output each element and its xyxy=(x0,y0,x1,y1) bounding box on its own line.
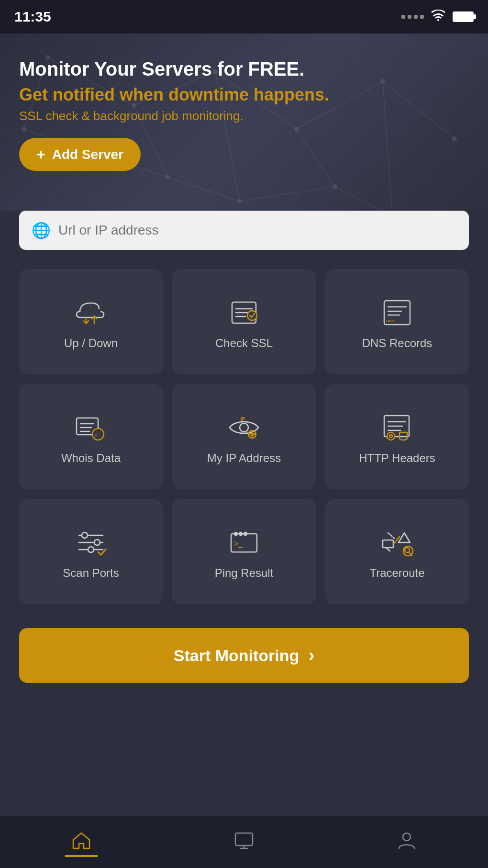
hero-content: Monitor Your Servers for FREE. Get notif… xyxy=(19,57,469,171)
start-monitoring-label: Start Monitoring xyxy=(174,646,299,665)
start-monitoring-button[interactable]: Start Monitoring › xyxy=(19,628,469,683)
tools-section: Up / Down Check SSL xyxy=(0,250,488,623)
status-bar: 11:35 xyxy=(0,0,488,34)
tool-label-my-ip-address: My IP Address xyxy=(207,451,281,465)
http-headers-icon xyxy=(378,413,416,442)
whois-data-icon: i xyxy=(72,413,110,442)
tool-label-check-ssl: Check SSL xyxy=(215,337,273,350)
ping-result-icon: >_ xyxy=(225,528,263,557)
svg-point-21 xyxy=(237,199,242,203)
svg-point-58 xyxy=(94,540,100,545)
nav-item-profile[interactable] xyxy=(396,830,417,854)
svg-point-64 xyxy=(244,532,247,535)
svg-point-62 xyxy=(234,532,237,535)
svg-point-20 xyxy=(165,175,170,180)
bottom-nav xyxy=(0,815,488,868)
scan-ports-icon xyxy=(72,528,110,557)
svg-line-6 xyxy=(167,177,239,201)
tool-label-dns-records: DNS Records xyxy=(362,337,433,350)
wifi-icon xyxy=(431,10,446,24)
up-down-icon xyxy=(72,298,110,327)
svg-point-60 xyxy=(88,547,94,552)
svg-text:DNS: DNS xyxy=(386,319,395,323)
tool-card-ping-result[interactable]: >_ Ping Result xyxy=(172,499,316,604)
tool-card-http-headers[interactable]: HTTP Headers xyxy=(325,384,469,489)
svg-point-56 xyxy=(82,532,88,538)
tool-card-dns-records[interactable]: DNS DNS Records xyxy=(325,269,469,374)
tool-label-http-headers: HTTP Headers xyxy=(359,451,435,465)
tools-grid: Up / Down Check SSL xyxy=(19,269,469,604)
hero-title: Monitor Your Servers for FREE. xyxy=(19,57,469,80)
tool-card-traceroute[interactable]: Traceroute xyxy=(325,499,469,604)
add-server-label: Add Server xyxy=(52,147,123,162)
svg-point-45 xyxy=(240,423,248,432)
svg-point-53 xyxy=(387,432,395,440)
dns-records-icon: DNS xyxy=(378,298,416,327)
tool-card-my-ip-address[interactable]: IP My IP Address xyxy=(172,384,316,489)
traceroute-icon xyxy=(378,528,416,557)
battery-icon xyxy=(453,11,474,22)
search-bar: 🌐 xyxy=(19,211,469,250)
tool-label-up-down: Up / Down xyxy=(64,337,118,350)
svg-point-43 xyxy=(92,428,104,440)
url-input[interactable] xyxy=(58,223,456,238)
status-icons xyxy=(401,10,474,24)
svg-text:IP: IP xyxy=(241,417,245,422)
svg-marker-68 xyxy=(399,533,410,542)
nav-item-home[interactable] xyxy=(71,830,92,854)
start-monitoring-container: Start Monitoring › xyxy=(0,623,488,702)
search-bar-container: 🌐 xyxy=(0,211,488,250)
globe-icon: 🌐 xyxy=(32,221,51,239)
svg-text:>_: >_ xyxy=(234,540,243,548)
nav-item-monitor[interactable] xyxy=(233,830,255,854)
svg-line-7 xyxy=(239,187,335,201)
svg-point-31 xyxy=(247,311,257,320)
svg-point-71 xyxy=(405,548,410,552)
add-server-button[interactable]: + Add Server xyxy=(19,138,141,171)
tool-card-up-down[interactable]: Up / Down xyxy=(19,269,163,374)
tool-card-scan-ports[interactable]: Scan Ports xyxy=(19,499,163,604)
check-ssl-icon xyxy=(225,298,263,327)
tool-label-scan-ports: Scan Ports xyxy=(63,566,119,580)
tool-card-whois-data[interactable]: i Whois Data xyxy=(19,384,163,489)
plus-icon: + xyxy=(36,146,45,163)
svg-point-22 xyxy=(333,184,337,189)
chevron-right-icon: › xyxy=(309,645,314,665)
hero-subtitle-yellow: Get notified when downtime happens. xyxy=(19,84,469,105)
hero-banner: Monitor Your Servers for FREE. Get notif… xyxy=(0,34,488,225)
tool-label-whois-data: Whois Data xyxy=(61,451,121,465)
tool-label-traceroute: Traceroute xyxy=(369,566,424,580)
nav-active-indicator xyxy=(65,855,98,857)
status-time: 11:35 xyxy=(14,9,51,25)
svg-point-63 xyxy=(239,532,242,535)
svg-rect-66 xyxy=(383,540,393,548)
svg-rect-73 xyxy=(235,833,253,845)
svg-text:i: i xyxy=(95,432,97,438)
signal-dots-icon xyxy=(401,15,424,19)
svg-point-76 xyxy=(403,833,410,841)
hero-description: SSL check & background job monitoring. xyxy=(19,109,469,124)
my-ip-address-icon: IP xyxy=(225,413,263,442)
svg-line-69 xyxy=(388,533,395,539)
tool-label-ping-result: Ping Result xyxy=(215,566,274,580)
tool-card-check-ssl[interactable]: Check SSL xyxy=(172,269,316,374)
